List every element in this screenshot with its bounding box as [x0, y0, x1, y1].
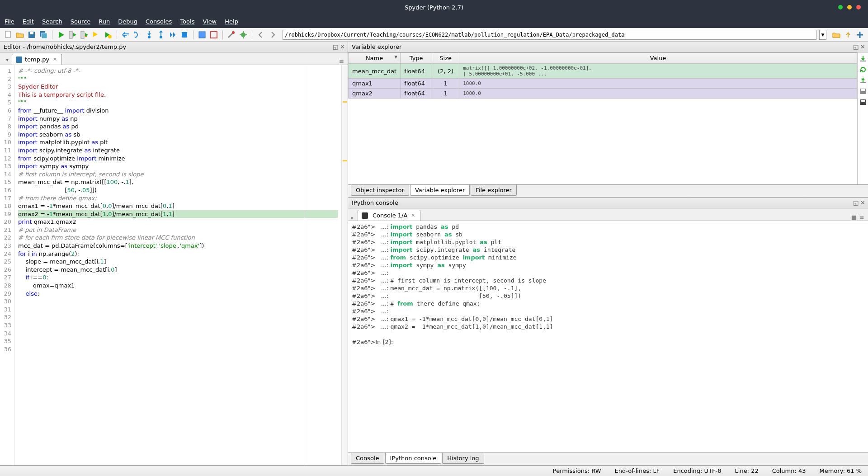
svg-rect-15 [860, 61, 866, 61]
step-icon[interactable] [133, 30, 142, 39]
window-controls [838, 5, 861, 9]
svg-rect-11 [199, 32, 205, 38]
run-cell-icon[interactable] [68, 30, 77, 39]
code-editor[interactable]: 1234567891011121314151617181920212223242… [0, 65, 348, 465]
tab-list-icon[interactable]: ▾ [3, 55, 12, 65]
ipython-pane: IPython console ◱✕ ▾ Console 1/A ✕ ■≡ #2… [348, 198, 868, 465]
variable-table[interactable]: Name▼ Type Size Value mean_mcc_datfloat6… [348, 52, 857, 184]
open-file-icon[interactable] [15, 30, 24, 39]
status-permissions: Permissions: RW [553, 467, 601, 474]
continue-icon[interactable] [168, 30, 177, 39]
editor-tabbar: ▾ temp.py ✕ ≡ [0, 52, 348, 65]
tab-console[interactable]: Console [351, 453, 384, 464]
python-file-icon [16, 57, 22, 63]
editor-path-label: Editor - /home/robhicks/.spyder2/temp.py [4, 43, 126, 50]
svg-point-13 [232, 31, 235, 34]
menu-tools[interactable]: Tools [180, 18, 194, 25]
run-cell-advance-icon[interactable] [80, 30, 89, 39]
varex-title: Variable explorer [352, 43, 401, 50]
pythonpath-icon[interactable] [239, 30, 248, 39]
table-row[interactable]: qmax1float6411000.0 [349, 79, 857, 89]
maximize-pane-icon[interactable] [198, 30, 207, 39]
editor-options-icon[interactable]: ≡ [339, 58, 344, 65]
stop-debug-icon[interactable] [180, 30, 189, 39]
col-type[interactable]: Type [401, 53, 432, 64]
save-data-icon[interactable] [859, 88, 867, 95]
refresh-icon[interactable] [859, 66, 867, 73]
step-into-icon[interactable] [145, 30, 154, 39]
forward-icon[interactable] [268, 30, 277, 39]
tab-label: temp.py [25, 56, 49, 63]
svg-point-9 [160, 36, 162, 38]
menu-consoles[interactable]: Consoles [146, 18, 172, 25]
menu-help[interactable]: Help [225, 18, 238, 25]
interrupt-icon[interactable]: ■ [851, 214, 857, 221]
run-config-icon[interactable] [104, 30, 113, 39]
titlebar: Spyder (Python 2.7) [0, 0, 868, 14]
save-data-as-icon[interactable] [859, 99, 867, 106]
svg-point-7 [108, 35, 112, 38]
pane-undock-icon[interactable]: ◱ [853, 199, 859, 206]
save-icon[interactable] [27, 30, 36, 39]
tab-ipython-console[interactable]: IPython console [385, 453, 442, 464]
fullscreen-icon[interactable] [209, 30, 218, 39]
preferences-icon[interactable] [227, 30, 236, 39]
close-button[interactable] [856, 5, 861, 9]
col-value[interactable]: Value [459, 53, 857, 64]
pane-close-icon[interactable]: ✕ [860, 199, 865, 206]
run-selection-icon[interactable] [92, 30, 101, 39]
pane-close-icon[interactable]: ✕ [860, 43, 865, 50]
tab-variable-explorer[interactable]: Variable explorer [410, 185, 470, 196]
col-name[interactable]: Name [366, 55, 383, 61]
menu-view[interactable]: View [203, 18, 217, 25]
new-file-icon[interactable] [4, 30, 13, 39]
tab-object-inspector[interactable]: Object inspector [351, 185, 409, 196]
browse-folder-icon[interactable] [832, 30, 841, 39]
menu-search[interactable]: Search [42, 18, 62, 25]
minimize-button[interactable] [838, 5, 843, 9]
close-icon[interactable]: ✕ [52, 57, 58, 62]
save-all-icon[interactable] [39, 30, 48, 39]
export-data-icon[interactable] [859, 77, 867, 84]
working-directory-input[interactable] [283, 30, 816, 40]
console-output[interactable]: #2a6"> ...: import pandas as pd #2a6"> .… [348, 221, 868, 452]
add-path-icon[interactable] [855, 30, 864, 39]
tab-file-explorer[interactable]: File explorer [471, 185, 517, 196]
menubar: File Edit Search Source Run Debug Consol… [0, 14, 868, 28]
tab-history-log[interactable]: History log [442, 453, 484, 464]
table-row[interactable]: mean_mcc_datfloat64(2, 2)matrix([[ 1.000… [349, 64, 857, 79]
menu-debug[interactable]: Debug [118, 18, 137, 25]
step-out-icon[interactable] [156, 30, 165, 39]
ipython-header: IPython console ◱✕ [348, 198, 868, 208]
console-tab-label: Console 1/A [373, 212, 407, 219]
col-size[interactable]: Size [432, 53, 459, 64]
svg-rect-12 [211, 32, 217, 38]
table-row[interactable]: qmax2float6411000.0 [349, 89, 857, 99]
menu-source[interactable]: Source [71, 18, 91, 25]
status-memory: Memory: 61 % [820, 467, 862, 474]
pane-close-icon[interactable]: ✕ [340, 43, 345, 50]
console-options-icon[interactable]: ≡ [859, 214, 864, 221]
tab-temp-py[interactable]: temp.py ✕ [12, 54, 62, 65]
back-icon[interactable] [256, 30, 265, 39]
parent-dir-icon[interactable] [844, 30, 853, 39]
close-icon[interactable]: ✕ [410, 212, 416, 218]
maximize-button[interactable] [847, 5, 852, 9]
run-icon[interactable] [57, 30, 66, 39]
pane-undock-icon[interactable]: ◱ [333, 43, 338, 50]
varex-header: Variable explorer ◱✕ [348, 42, 868, 52]
menu-file[interactable]: File [5, 18, 14, 25]
tab-console-1a[interactable]: Console 1/A ✕ [358, 210, 420, 221]
path-dropdown-icon[interactable]: ▼ [819, 30, 826, 40]
ipython-title: IPython console [352, 199, 398, 206]
window-title: Spyder (Python 2.7) [405, 4, 463, 11]
status-encoding: Encoding: UTF-8 [673, 467, 721, 474]
import-data-icon[interactable] [859, 55, 867, 62]
debug-icon[interactable] [121, 30, 130, 39]
svg-rect-0 [5, 31, 10, 38]
pane-undock-icon[interactable]: ◱ [853, 43, 859, 50]
tab-list-icon[interactable]: ▾ [351, 216, 353, 221]
menu-edit[interactable]: Edit [23, 18, 34, 25]
toolbar: ▼ [0, 28, 868, 42]
menu-run[interactable]: Run [99, 18, 110, 25]
